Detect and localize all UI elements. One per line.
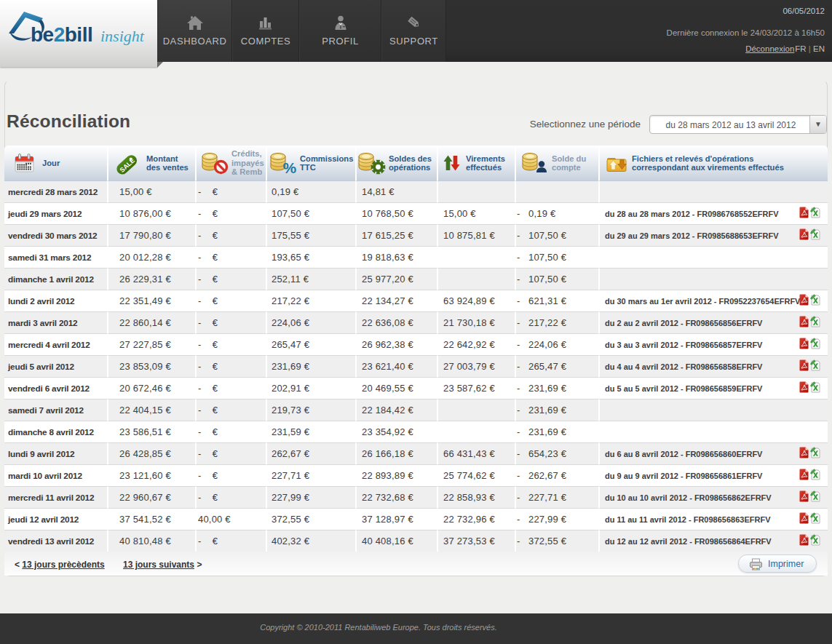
svg-text:insight: insight — [100, 27, 145, 45]
svg-text:%: % — [283, 159, 297, 175]
svg-text:be2bill: be2bill — [31, 23, 92, 46]
